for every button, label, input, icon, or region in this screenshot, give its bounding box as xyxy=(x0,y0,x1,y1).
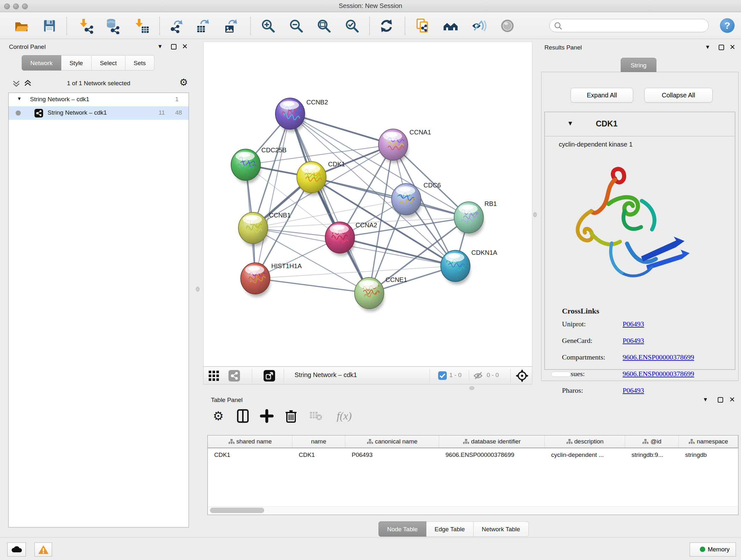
edge-CCNB2-HIST1H1A[interactable] xyxy=(255,114,290,278)
results-panel-menu-icon[interactable]: ▼ xyxy=(705,44,711,51)
edge-HIST1H1A-CCNE1[interactable] xyxy=(255,278,369,293)
control-panel-float-icon[interactable] xyxy=(171,44,177,50)
column-header-database-identifier[interactable]: database identifier xyxy=(439,435,545,448)
column-header-shared-name[interactable]: shared name xyxy=(208,435,292,448)
table-cell[interactable]: stringdb xyxy=(679,450,738,460)
refresh-view-icon[interactable] xyxy=(379,17,395,34)
table-cell[interactable]: CDK1 xyxy=(208,450,292,460)
export-network-icon[interactable] xyxy=(168,17,185,34)
birds-eye-view-icon[interactable] xyxy=(516,369,529,383)
results-section-header[interactable]: ▼ CDK1 xyxy=(545,112,735,136)
node-HIST1H1A[interactable] xyxy=(241,263,270,297)
node-CCNA2[interactable] xyxy=(325,222,355,256)
clone-network-icon[interactable] xyxy=(415,17,431,34)
zoom-out-icon[interactable] xyxy=(288,17,305,34)
collection-expand-icon[interactable]: ▼ xyxy=(17,96,22,101)
tab-edge-table[interactable]: Edge Table xyxy=(426,521,474,537)
function-builder-icon[interactable]: f(x) xyxy=(337,409,362,423)
preview-orb-icon[interactable] xyxy=(499,17,516,34)
column-header-description[interactable]: description xyxy=(545,435,625,448)
column-header--id[interactable]: @id xyxy=(625,435,679,448)
delete-table-icon[interactable] xyxy=(309,409,323,423)
node-CDKN1A[interactable] xyxy=(441,250,470,285)
grid-view-icon[interactable] xyxy=(208,370,219,382)
column-header-name[interactable]: name xyxy=(292,435,345,448)
zoom-selected-icon[interactable] xyxy=(344,17,360,34)
tab-select[interactable]: Select xyxy=(91,55,125,71)
network-options-gear-icon[interactable]: ⚙ xyxy=(179,77,188,88)
node-label-CCNA2: CCNA2 xyxy=(355,222,377,229)
results-panel-float-icon[interactable] xyxy=(719,45,724,50)
tab-sets[interactable]: Sets xyxy=(125,55,154,71)
control-panel-close-icon[interactable]: ✕ xyxy=(182,43,188,51)
search-input[interactable] xyxy=(564,20,704,30)
import-network-database-icon[interactable] xyxy=(104,17,121,34)
left-splitter-handle[interactable] xyxy=(196,287,199,292)
network-collection-row[interactable]: ▼ String Network – cdk1 1 xyxy=(9,93,189,106)
home-network-icon[interactable] xyxy=(442,17,459,34)
show-columns-icon[interactable] xyxy=(236,409,251,423)
tab-node-table[interactable]: Node Table xyxy=(379,521,426,537)
table-cell[interactable]: stringdb:9... xyxy=(625,450,679,460)
table-options-gear-icon[interactable]: ⚙ xyxy=(213,409,227,423)
save-session-icon[interactable] xyxy=(41,17,58,34)
open-in-new-window-icon[interactable] xyxy=(264,370,275,383)
column-header-canonical-name[interactable]: canonical name xyxy=(345,435,439,448)
tab-network-table[interactable]: Network Table xyxy=(474,521,529,537)
zoom-in-icon[interactable] xyxy=(260,17,276,34)
crosslink-link[interactable]: 9606.ENSP00000378699 xyxy=(623,370,694,378)
import-network-file-icon[interactable] xyxy=(78,17,94,34)
node-CDC6[interactable] xyxy=(392,184,421,218)
hide-unhide-icon[interactable] xyxy=(471,17,488,34)
export-table-icon[interactable] xyxy=(195,17,211,34)
network-canvas[interactable]: CCNB2CCNA1CDC25BCDK1CDC6RB1CCNB1CCNA2CDK… xyxy=(203,42,532,367)
node-RB1[interactable] xyxy=(454,202,484,236)
column-header-namespace[interactable]: namespace xyxy=(679,435,738,448)
results-scrollbar-thumb[interactable] xyxy=(551,372,571,377)
network-share-view-icon[interactable] xyxy=(228,370,240,383)
table-cell[interactable]: cyclin-dependent ... xyxy=(545,450,625,460)
results-panel-close-icon[interactable]: ✕ xyxy=(730,43,735,51)
help-button[interactable]: ? xyxy=(720,18,735,33)
table-cell[interactable]: CDK1 xyxy=(292,450,345,460)
edge-CCNB2-CCNA1[interactable] xyxy=(290,114,393,145)
collapse-all-button[interactable]: Collapse All xyxy=(644,88,713,103)
add-column-icon[interactable] xyxy=(259,409,274,423)
node-CDK1[interactable] xyxy=(297,162,327,196)
crosslink-link[interactable]: P06493 xyxy=(623,336,644,345)
delete-column-icon[interactable] xyxy=(284,409,298,423)
node-CDC25B[interactable] xyxy=(231,149,261,183)
cloud-status-button[interactable] xyxy=(7,543,26,557)
node-CCNB2[interactable] xyxy=(275,98,305,132)
node-CCNB1[interactable] xyxy=(239,212,268,246)
table-hscrollbar-thumb[interactable] xyxy=(210,508,264,513)
crosslink-link[interactable]: 9606.ENSP00000378699 xyxy=(623,353,694,361)
table-cell[interactable]: 9606.ENSP00000378699 xyxy=(439,450,545,460)
table-cell[interactable]: P06493 xyxy=(345,450,439,460)
zoom-fit-icon[interactable] xyxy=(316,17,332,34)
open-file-icon[interactable] xyxy=(13,17,30,34)
edge-CDK1-RB1[interactable] xyxy=(312,177,469,217)
results-tab-string[interactable]: String xyxy=(621,58,657,72)
table-panel-float-icon[interactable] xyxy=(718,397,723,402)
section-collapse-icon[interactable]: ▼ xyxy=(567,120,574,127)
node-CCNE1[interactable] xyxy=(354,277,384,312)
control-panel-menu-icon[interactable]: ▼ xyxy=(157,43,163,50)
right-splitter-handle[interactable] xyxy=(533,212,537,217)
tab-style[interactable]: Style xyxy=(61,55,91,71)
node-CCNA1[interactable] xyxy=(379,129,408,163)
network-row[interactable]: String Network – cdk1 11 48 xyxy=(9,106,189,120)
table-panel-close-icon[interactable]: ✕ xyxy=(729,395,735,404)
edge-CCNB2-CCNE1[interactable] xyxy=(290,114,369,293)
memory-button[interactable]: Memory xyxy=(690,543,736,557)
expand-all-button[interactable]: Expand All xyxy=(570,88,633,103)
hidden-eye-icon[interactable] xyxy=(473,371,484,381)
export-image-icon[interactable] xyxy=(223,17,239,34)
table-panel-menu-icon[interactable]: ▼ xyxy=(703,396,708,403)
bottom-splitter-handle[interactable] xyxy=(469,386,474,390)
crosslink-link[interactable]: P06493 xyxy=(623,320,644,328)
import-table-file-icon[interactable] xyxy=(133,17,150,34)
selected-checkbox-icon[interactable] xyxy=(438,371,447,381)
warning-status-button[interactable] xyxy=(35,543,52,557)
tab-network[interactable]: Network xyxy=(22,55,61,71)
